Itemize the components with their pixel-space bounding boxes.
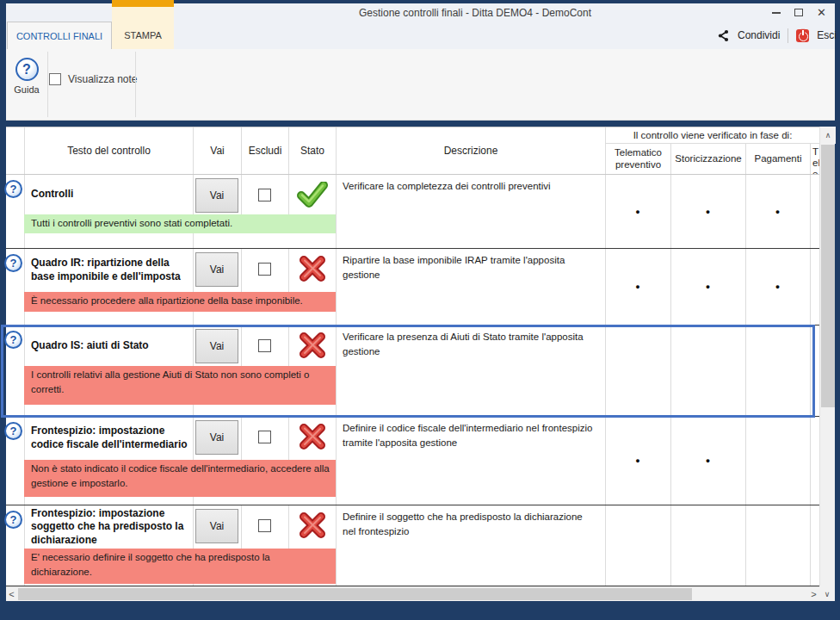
status-ok-icon bbox=[296, 179, 329, 210]
grid-line bbox=[810, 175, 811, 248]
grid-line bbox=[288, 175, 289, 214]
vai-button[interactable]: Vai bbox=[195, 329, 238, 363]
phase-dot bbox=[670, 326, 745, 416]
help-icon[interactable]: ? bbox=[4, 422, 22, 440]
vai-button[interactable]: Vai bbox=[195, 178, 238, 213]
header-testo: Testo del controllo bbox=[24, 127, 193, 174]
vai-button[interactable]: Vai bbox=[195, 420, 238, 455]
tab-actions: Condividi Esci bbox=[717, 22, 837, 49]
grid-line bbox=[810, 505, 811, 586]
minimize-icon[interactable] bbox=[772, 12, 781, 14]
visualizza-note-label[interactable]: Visualizza note bbox=[68, 73, 138, 85]
help-icon[interactable]: ? bbox=[4, 331, 22, 349]
header-escludi: Escludi bbox=[241, 127, 288, 174]
escludi-checkbox[interactable] bbox=[258, 431, 271, 443]
control-note: I controlli relativi alla gestione Aiuti… bbox=[24, 366, 336, 405]
header-stato: Stato bbox=[288, 127, 336, 174]
table-row[interactable]: ? Quadro IR: ripartizione della base imp… bbox=[6, 249, 819, 326]
header-vai: Vai bbox=[193, 127, 241, 174]
help-icon[interactable]: ? bbox=[4, 511, 22, 529]
maximize-icon[interactable] bbox=[794, 9, 803, 16]
phase-dot: ● bbox=[605, 249, 670, 325]
phase-dot: ● bbox=[605, 175, 670, 248]
phase-dot: ● bbox=[745, 249, 810, 325]
header-group-fasi: Il controllo viene verificato in fase di… bbox=[605, 127, 819, 144]
actions-separator bbox=[788, 28, 788, 43]
help-glyph: ? bbox=[10, 425, 17, 437]
scroll-right-icon[interactable]: > bbox=[808, 587, 819, 601]
guida-button[interactable]: ? Guida bbox=[8, 52, 46, 117]
esci-button[interactable]: Esci bbox=[817, 29, 837, 41]
phase-dot: ● bbox=[670, 175, 745, 248]
grid-line bbox=[193, 175, 194, 248]
escludi-checkbox[interactable] bbox=[258, 339, 271, 352]
escludi-checkbox[interactable] bbox=[258, 189, 271, 202]
escludi-checkbox[interactable] bbox=[258, 263, 271, 276]
help-icon[interactable]: ? bbox=[4, 180, 22, 198]
ribbon: ? Guida Visualizza note bbox=[6, 49, 835, 121]
scroll-down-icon[interactable]: ∨ bbox=[819, 586, 835, 601]
table-body: ? Controlli Vai Tutti i controlli preven… bbox=[6, 175, 819, 586]
horizontal-scrollbar[interactable]: < > bbox=[6, 586, 819, 601]
phase-dot bbox=[745, 505, 810, 586]
share-icon bbox=[717, 29, 730, 42]
control-description: Ripartire la base imponibile IRAP tramit… bbox=[336, 249, 605, 325]
control-description: Definire il soggetto che ha predisposto … bbox=[336, 505, 605, 586]
header-storicizzazione: Storicizzazione bbox=[670, 144, 745, 174]
control-title: Frontespizio: impostazione soggetto che … bbox=[31, 505, 189, 549]
tab-stampa[interactable]: STAMPA bbox=[112, 22, 174, 49]
header-help-column bbox=[6, 127, 24, 174]
table-row[interactable]: ? Frontespizio: impostazione codice fisc… bbox=[6, 417, 819, 505]
grid-line bbox=[193, 249, 194, 325]
control-note: Tutti i controlli preventivi sono stati … bbox=[24, 214, 336, 233]
help-icon[interactable]: ? bbox=[4, 254, 22, 272]
help-glyph: ? bbox=[10, 333, 17, 346]
phase-dot bbox=[670, 505, 745, 586]
table-row[interactable]: ? Controlli Vai Tutti i controlli preven… bbox=[6, 175, 819, 249]
table-row[interactable]: ? Frontespizio: impostazione soggetto ch… bbox=[6, 505, 819, 586]
phase-dot: ● bbox=[670, 249, 745, 325]
close-icon[interactable]: ✕ bbox=[817, 7, 826, 18]
grid-line bbox=[241, 417, 242, 460]
grid-line bbox=[241, 326, 242, 366]
control-description: Verificare la presenza di Aiuti di Stato… bbox=[336, 326, 605, 416]
vai-button[interactable]: Vai bbox=[195, 252, 238, 287]
header-descrizione: Descrizione bbox=[336, 127, 605, 174]
condividi-button[interactable]: Condividi bbox=[738, 29, 780, 41]
tab-controlli-finali[interactable]: CONTROLLI FINALI bbox=[7, 22, 112, 49]
grid-line bbox=[288, 505, 289, 549]
guida-label: Guida bbox=[14, 84, 39, 95]
control-note: È necessario procedere alla ripartizione… bbox=[24, 292, 336, 312]
status-error-icon bbox=[296, 510, 329, 541]
vertical-scrollbar-thumb[interactable] bbox=[821, 145, 835, 407]
horizontal-scrollbar-thumb[interactable] bbox=[18, 588, 692, 600]
window-controls: ✕ bbox=[772, 3, 826, 22]
control-description: Verificare la completezza dei controlli … bbox=[336, 175, 605, 248]
phase-dot bbox=[745, 417, 810, 505]
help-glyph: ? bbox=[10, 513, 17, 526]
control-description: Definire il codice fiscale dell'intermed… bbox=[336, 417, 605, 505]
visualizza-note-checkbox[interactable] bbox=[49, 73, 61, 85]
help-glyph: ? bbox=[22, 62, 31, 78]
exit-icon bbox=[796, 29, 809, 42]
grid-line bbox=[288, 249, 289, 292]
grid-line bbox=[241, 505, 242, 549]
help-glyph: ? bbox=[10, 257, 17, 270]
vertical-scrollbar[interactable]: ∧ bbox=[819, 127, 835, 586]
grid-line bbox=[810, 249, 811, 325]
window-title: Gestione controlli finali - Ditta DEMO4 … bbox=[109, 3, 840, 22]
escludi-checkbox[interactable] bbox=[258, 519, 271, 532]
grid-line bbox=[24, 249, 25, 325]
table-row-selected[interactable]: ? Quadro IS: aiuti di Stato Vai I contro… bbox=[6, 326, 819, 417]
scroll-left-icon[interactable]: < bbox=[6, 587, 17, 601]
grid-line bbox=[288, 417, 289, 460]
phase-dot: ● bbox=[670, 417, 745, 505]
header-telematico-preventivo: Telematico preventivo bbox=[605, 144, 670, 174]
vai-button[interactable]: Vai bbox=[195, 509, 238, 543]
phase-dot bbox=[745, 326, 810, 416]
help-icon: ? bbox=[15, 58, 39, 81]
header-telematico-definitivo: Telematico definitivo bbox=[810, 144, 819, 174]
control-title: Frontespizio: impostazione codice fiscal… bbox=[31, 417, 189, 460]
scroll-up-icon[interactable]: ∧ bbox=[820, 127, 836, 144]
window-bottom-border bbox=[0, 601, 840, 620]
